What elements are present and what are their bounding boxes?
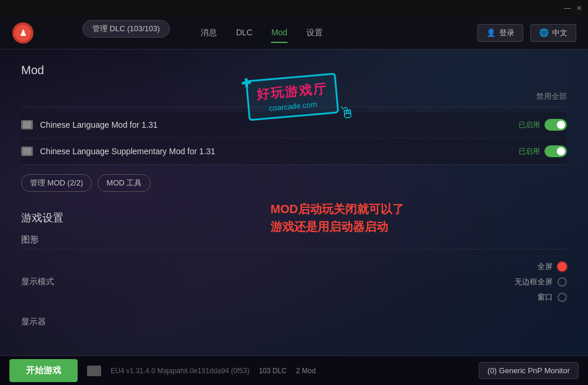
game-settings-section: 游戏设置 图形 显示模式 全屏 无边框全屏 窗 — [21, 211, 567, 327]
game-version-info: EU4 v1.31.4.0 Majapahit.0e191dda94 (0f53… — [111, 367, 249, 375]
start-game-button[interactable]: 开始游戏 — [9, 359, 78, 382]
display-label: 显示器 — [21, 317, 567, 327]
disable-all-button[interactable]: 禁用全部 — [536, 91, 567, 102]
mod-count-tag: 2 Mod — [296, 367, 316, 375]
game-thumbnail-icon — [87, 366, 101, 376]
mod-name: Chinese Language Supplementary Mod for 1… — [40, 147, 519, 156]
mod-actions: 管理 MOD (2/2) MOD 工具 — [21, 174, 567, 192]
borderless-option[interactable]: 无边框全屏 — [514, 277, 567, 287]
user-icon: 👤 — [486, 28, 496, 37]
globe-icon: 🌐 — [539, 28, 549, 37]
title-bar-controls: — ✕ — [563, 4, 583, 12]
bottom-right: (0) Generic PnP Monitor — [479, 362, 579, 379]
tab-mod[interactable]: Mod — [271, 25, 287, 41]
bottom-bar: 开始游戏 EU4 v1.31.4.0 Majapahit.0e191dda94 … — [0, 356, 588, 385]
manage-mods-button[interactable]: 管理 MOD (2/2) — [21, 174, 92, 192]
mod-toggle-2[interactable] — [544, 145, 567, 157]
game-settings-title: 游戏设置 — [21, 211, 567, 225]
app-logo: ♟ — [12, 22, 34, 44]
mod-icon — [21, 147, 33, 156]
windowed-option[interactable]: 窗口 — [537, 292, 567, 303]
title-bar: — ✕ — [0, 0, 588, 16]
display-mode-options: 全屏 无边框全屏 窗口 — [514, 261, 567, 303]
mod-section: Mod 禁用全部 Chinese Language Mod for 1.31 已… — [21, 64, 567, 192]
login-button[interactable]: 👤 登录 — [477, 24, 523, 42]
mod-name: Chinese Language Mod for 1.31 — [40, 120, 519, 130]
fullscreen-option[interactable]: 全屏 — [537, 261, 567, 272]
language-button[interactable]: 🌐 中文 — [530, 24, 576, 42]
main-content: Mod 禁用全部 Chinese Language Mod for 1.31 已… — [0, 49, 588, 356]
table-row: Chinese Language Supplementary Mod for 1… — [21, 138, 567, 164]
close-button[interactable]: ✕ — [575, 4, 583, 12]
display-mode-label: 显示模式 — [21, 277, 514, 287]
windowed-radio[interactable] — [557, 293, 567, 302]
nav-right: 👤 登录 🌐 中文 — [477, 24, 576, 42]
dlc-count-tag: 103 DLC — [259, 367, 286, 375]
mod-icon — [21, 120, 33, 130]
monitor-select[interactable]: (0) Generic PnP Monitor — [479, 362, 579, 379]
mod-status-label: 已启用 — [519, 147, 540, 157]
graphics-subtitle: 图形 — [21, 234, 567, 250]
fullscreen-radio[interactable] — [557, 262, 567, 271]
windowed-label: 窗口 — [537, 292, 553, 303]
mod-header: 禁用全部 — [21, 91, 567, 107]
main-window: — ✕ 管理 DLC (103/103) ♟ 消息 DLC Mod 设置 👤 登… — [0, 0, 588, 385]
mod-section-title: Mod — [21, 64, 567, 77]
mod-status-label: 已启用 — [519, 120, 540, 130]
tab-news[interactable]: 消息 — [201, 25, 217, 41]
mod-toggle-1[interactable] — [544, 119, 567, 131]
content-area: Mod 禁用全部 Chinese Language Mod for 1.31 已… — [0, 49, 588, 356]
table-row: Chinese Language Mod for 1.31 已启用 — [21, 112, 567, 138]
minimize-button[interactable]: — — [563, 4, 572, 12]
fullscreen-label: 全屏 — [537, 261, 553, 272]
display-mode-row: 显示模式 全屏 无边框全屏 窗口 — [21, 257, 567, 307]
display-section: 显示器 — [21, 317, 567, 327]
tab-dlc[interactable]: DLC — [236, 25, 252, 41]
mod-list: Chinese Language Mod for 1.31 已启用 Chines… — [21, 112, 567, 165]
tab-settings[interactable]: 设置 — [306, 25, 323, 41]
dlc-top-button[interactable]: 管理 DLC (103/103) — [82, 20, 170, 38]
mod-tools-button[interactable]: MOD 工具 — [98, 174, 151, 192]
svg-text:♟: ♟ — [19, 28, 27, 38]
borderless-label: 无边框全屏 — [514, 277, 553, 287]
borderless-radio[interactable] — [557, 277, 567, 287]
